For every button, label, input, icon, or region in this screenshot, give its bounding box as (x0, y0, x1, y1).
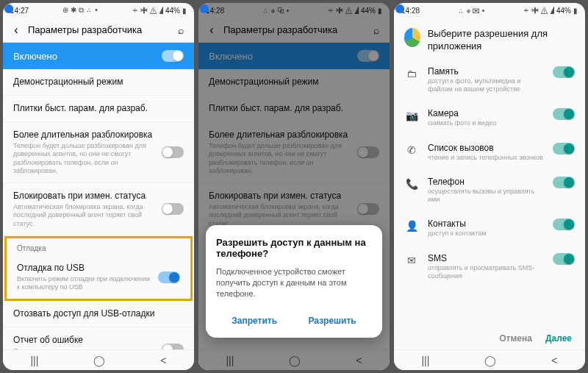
settings-list: Демонстрационный режим Плитки быст. пара… (3, 69, 194, 349)
perm-sub: осуществлять вызовы и управлять ими (428, 188, 544, 205)
folder-icon: 🗀 (404, 66, 419, 79)
master-toggle[interactable] (162, 50, 184, 62)
item-demo-mode[interactable]: Демонстрационный режим (3, 69, 194, 96)
call-log-icon: ✆ (404, 143, 419, 156)
perm-label: Камера (428, 108, 544, 118)
nav-home-icon[interactable]: ◯ (93, 355, 105, 366)
toggle-stay-unlocked[interactable] (162, 146, 184, 158)
toggle-block-status[interactable] (162, 203, 184, 215)
dialog-deny-button[interactable]: Запретить (224, 310, 284, 332)
phone-2-allow-data-dialog: 14:28 ⛬ ⊕ ⧉ • ⫩ ✱ ⚠ ◢ 44% ▮ ‹ Параметры … (198, 3, 390, 370)
contacts-icon: 👤 (404, 219, 419, 232)
toggle-contacts[interactable] (553, 219, 575, 230)
perm-label: Память (428, 66, 544, 77)
status-left-icons: ⊕ ✱ ⧉ ⛬ • (62, 6, 98, 15)
perm-sub: чтение и запись телефонных звонков (428, 154, 544, 162)
status-bar: 14:27 ⊕ ✱ ⧉ ⛬ • ⫩ ✱ ⚠ ◢ 44% ▮ (3, 3, 194, 18)
phone-icon: 📞 (404, 177, 419, 190)
perm-call-log[interactable]: ✆ Список вызововчтение и запись телефонн… (394, 135, 585, 169)
perm-sub: отправлять и просматривать SMS-сообщения (428, 264, 544, 281)
toggle-call-log[interactable] (553, 143, 575, 154)
camera-icon: 📷 (404, 108, 419, 121)
dialog-title: Разрешить доступ к данным на телефоне? (216, 237, 372, 259)
toggle-sms[interactable] (553, 253, 575, 265)
status-bar: 14:28 ⛬ ⊕ ✉ • ⫩ ✱ ⚠ ◢ 44% ▮ (394, 3, 585, 18)
master-toggle-row[interactable]: Включено (3, 43, 194, 69)
perm-sms[interactable]: ✉ SMSотправлять и просматривать SMS-сооб… (394, 246, 585, 288)
item-label: Плитки быст. парам. для разраб. (13, 103, 184, 114)
sms-icon: ✉ (404, 253, 419, 266)
item-usb-debugging[interactable]: Отладка по USB Включить режим отладки пр… (7, 255, 190, 299)
annotation-marker (4, 4, 13, 13)
dialog-body: Подключенное устройство сможет получить … (216, 266, 372, 299)
status-battery: 44% (165, 7, 180, 15)
app-icon (404, 28, 420, 47)
item-label: Отчет об ошибке (13, 335, 154, 346)
item-sub: Включить режим отладки при подключении к… (17, 275, 151, 292)
perm-label: SMS (428, 253, 544, 263)
annotation-marker (395, 4, 404, 13)
permissions-list: 🗀 Памятьдоступ к фото, мультимедиа и фай… (394, 59, 585, 327)
page-title: Параметры разработчика (24, 24, 173, 35)
search-icon[interactable]: ⌕ (173, 24, 188, 36)
nav-recent-icon[interactable]: ||| (30, 355, 38, 366)
annotation-marker (200, 4, 209, 13)
permissions-title: Выберите разрешения для приложения (428, 28, 575, 53)
perm-label: Контакты (428, 219, 544, 229)
item-revoke-usb[interactable]: Отозвать доступ для USB-отладки (3, 301, 194, 327)
nav-back-icon[interactable]: < (551, 355, 557, 366)
toggle-storage[interactable] (553, 66, 575, 78)
item-block-status[interactable]: Блокировать при измен. статуса Автоматич… (3, 183, 194, 236)
toggle-bug-report[interactable] (162, 344, 184, 349)
item-label: Демонстрационный режим (13, 77, 184, 88)
perm-storage[interactable]: 🗀 Памятьдоступ к фото, мультимедиа и фай… (394, 59, 585, 102)
permissions-footer: Отмена Далее (394, 327, 585, 349)
cancel-button[interactable]: Отмена (499, 333, 532, 344)
status-battery: 44% (556, 7, 571, 15)
perm-sub: доступ к контактам (428, 230, 544, 238)
phone-3-app-permissions: 14:28 ⛬ ⊕ ✉ • ⫩ ✱ ⚠ ◢ 44% ▮ Выберите раз… (394, 3, 585, 370)
master-toggle-label: Включено (13, 51, 162, 62)
status-signal-icons: ⫩ ✱ ⚠ ◢ (132, 7, 163, 15)
phone-1-developer-options: 14:27 ⊕ ✱ ⧉ ⛬ • ⫩ ✱ ⚠ ◢ 44% ▮ ‹ Параметр… (3, 3, 194, 370)
highlight-usb-debugging: Отладка Отладка по USB Включить режим от… (4, 236, 193, 302)
item-sub: Автоматическая блокировка экрана, когда … (13, 203, 154, 228)
perm-contacts[interactable]: 👤 Контактыдоступ к контактам (394, 211, 585, 245)
item-label: Блокировать при измен. статуса (13, 191, 154, 202)
nav-recent-icon[interactable]: ||| (421, 355, 429, 366)
item-quick-tiles[interactable]: Плитки быст. парам. для разраб. (3, 96, 194, 122)
perm-sub: снимать фото и видео (428, 119, 544, 127)
toggle-phone[interactable] (553, 177, 575, 188)
battery-icon: ▮ (182, 7, 187, 15)
permissions-header: Выберите разрешения для приложения (394, 18, 585, 59)
perm-sub: доступ к фото, мультимедиа и файлам на в… (428, 77, 544, 94)
nav-bar: ||| ◯ < (394, 349, 585, 370)
section-debugging: Отладка (7, 238, 190, 255)
status-signal-icons: ⫩ ✱ ⚠ ◢ (523, 7, 554, 15)
back-icon[interactable]: ‹ (9, 24, 24, 37)
header: ‹ Параметры разработчика ⌕ (3, 18, 194, 43)
perm-label: Телефон (428, 177, 544, 187)
status-left-icons: ⛬ ⊕ ✉ • (457, 7, 484, 15)
item-label: Отозвать доступ для USB-отладки (13, 308, 184, 319)
perm-camera[interactable]: 📷 Камераснимать фото и видео (394, 101, 585, 135)
dialog-allow-button[interactable]: Разрешить (301, 310, 363, 332)
perm-label: Список вызовов (428, 143, 544, 153)
allow-data-dialog: Разрешить доступ к данным на телефоне? П… (206, 225, 382, 338)
nav-home-icon[interactable]: ◯ (484, 355, 496, 366)
item-label: Более длительная разблокировка (13, 129, 154, 141)
next-button[interactable]: Далее (545, 333, 572, 344)
perm-phone[interactable]: 📞 Телефоносуществлять вызовы и управлять… (394, 169, 585, 212)
toggle-usb-debugging[interactable] (158, 271, 180, 283)
item-bug-report[interactable]: Отчет об ошибке Показывать в меню кнопки… (3, 327, 194, 349)
nav-back-icon[interactable]: < (160, 355, 166, 366)
toggle-camera[interactable] (553, 108, 575, 120)
battery-icon: ▮ (573, 7, 578, 15)
item-label: Отладка по USB (17, 263, 151, 274)
item-stay-unlocked[interactable]: Более длительная разблокировка Телефон б… (3, 122, 194, 183)
item-sub: Телефон будет дольше разблокирован для д… (13, 142, 154, 175)
nav-bar: ||| ◯ < (3, 349, 194, 370)
